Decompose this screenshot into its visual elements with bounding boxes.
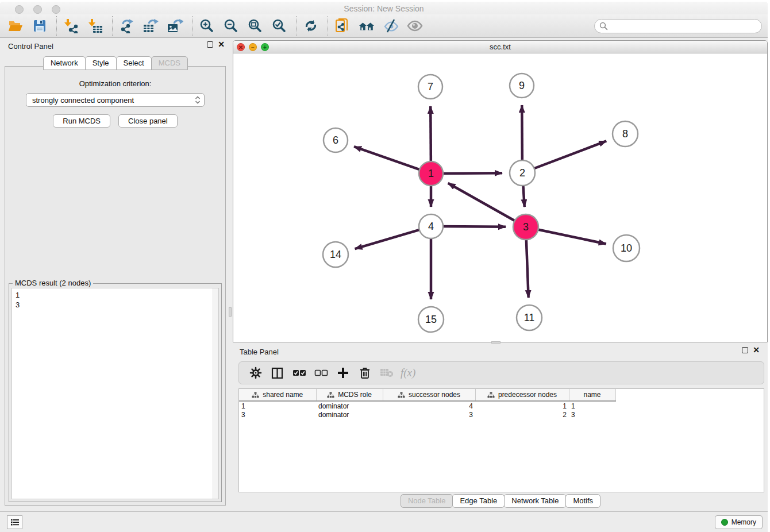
tab-network[interactable]: Network <box>43 56 86 70</box>
table-panel-title: Table Panel <box>240 348 279 356</box>
graph-edge-4-14[interactable] <box>355 229 421 249</box>
graph-node-label-10: 10 <box>621 242 632 254</box>
graph-edge-1-2[interactable] <box>441 173 502 174</box>
stepper-arrows-icon <box>195 95 201 105</box>
memory-label: Memory <box>732 518 756 526</box>
tab-mcds[interactable]: MCDS <box>151 56 188 70</box>
optimization-criterion-select[interactable]: strongly connected component <box>26 93 205 107</box>
graph-edge-3-10[interactable] <box>537 229 606 244</box>
control-panel-title: Control Panel <box>8 42 53 51</box>
horizontal-split-grip[interactable] <box>491 341 500 344</box>
graph-node-label-15: 15 <box>425 314 437 325</box>
optimization-criterion-label: Optimization criterion: <box>5 79 225 88</box>
search-icon <box>599 22 608 30</box>
vertical-split-grip[interactable] <box>229 307 232 317</box>
graph-node-label-3: 3 <box>523 221 529 233</box>
graph-node-label-8: 8 <box>622 128 628 140</box>
graph-node-label-4: 4 <box>428 221 434 232</box>
network-title: scc.txt <box>233 43 767 51</box>
column-header-name[interactable]: name <box>569 389 615 401</box>
tab-motifs[interactable]: Motifs <box>565 494 600 508</box>
table-row[interactable]: 1 dominator 4 1 1 <box>239 401 615 410</box>
graph-node-label-6: 6 <box>333 134 338 146</box>
zoom-fit-icon[interactable] <box>247 17 264 34</box>
table-row[interactable]: 3 dominator 3 2 3 <box>239 410 615 419</box>
export-network-icon[interactable] <box>118 17 136 34</box>
column-tree-icon <box>327 392 334 398</box>
list-icon <box>10 518 20 526</box>
column-tree-icon <box>252 392 259 398</box>
graph-edge-1-6[interactable] <box>354 147 421 170</box>
main-toolbar <box>0 14 768 38</box>
close-table-panel-icon[interactable]: ✕ <box>753 347 760 353</box>
zoom-in-icon[interactable] <box>198 17 215 34</box>
create-column-icon[interactable] <box>335 365 351 381</box>
column-header-mcds-role[interactable]: MCDS role <box>316 389 383 401</box>
graph-edge-4-3[interactable] <box>441 226 506 227</box>
network-canvas[interactable]: 7968124314101511 <box>233 53 767 342</box>
refresh-icon[interactable] <box>302 17 319 34</box>
toolbar-separator <box>296 16 297 36</box>
column-header-predecessor-nodes[interactable]: predecessor nodes <box>475 389 569 401</box>
deselect-all-icon[interactable] <box>313 365 329 381</box>
mcds-result-title: MCDS result (2 nodes) <box>13 279 93 287</box>
float-panel-icon[interactable] <box>207 41 213 48</box>
zoom-out-icon[interactable] <box>222 17 240 34</box>
node-table[interactable]: shared name MCDS role successor nodes pr… <box>238 388 764 492</box>
column-header-shared-name[interactable]: shared name <box>239 389 316 401</box>
graph-edge-2-9[interactable] <box>522 105 522 162</box>
column-header-successor-nodes[interactable]: successor nodes <box>383 389 475 401</box>
result-scrollbar[interactable] <box>213 288 218 499</box>
search-input[interactable] <box>594 19 762 33</box>
mcds-result-text[interactable]: 13 <box>11 288 219 499</box>
open-session-icon[interactable] <box>7 17 24 34</box>
toolbar-separator <box>56 16 57 36</box>
clone-network-icon[interactable] <box>334 17 351 34</box>
graph-edge-3-1[interactable] <box>448 183 517 222</box>
status-bar: Memory <box>0 511 768 532</box>
graph-edge-2-8[interactable] <box>533 141 607 169</box>
show-column-icon[interactable] <box>270 365 285 381</box>
float-table-panel-icon[interactable] <box>742 347 748 353</box>
zoom-selected-icon[interactable] <box>271 17 288 34</box>
export-table-icon[interactable] <box>143 17 160 34</box>
import-table-icon[interactable] <box>87 17 104 34</box>
close-panel-icon[interactable]: ✕ <box>218 41 225 48</box>
toolbar-separator <box>112 16 113 36</box>
tab-select[interactable]: Select <box>116 56 152 70</box>
task-history-button[interactable] <box>7 515 22 529</box>
hide-selected-icon[interactable] <box>382 17 399 34</box>
memory-button[interactable]: Memory <box>715 515 763 529</box>
delete-table-icon[interactable] <box>379 365 394 381</box>
close-panel-button[interactable]: Close panel <box>118 114 178 128</box>
memory-status-icon <box>721 519 728 526</box>
table-tabs: Node Table Edge Table Network Table Moti… <box>233 494 768 508</box>
mcds-panel: Optimization criterion: strongly connect… <box>5 66 226 506</box>
tab-node-table[interactable]: Node Table <box>401 494 453 508</box>
graph-edge-1-7[interactable] <box>430 106 431 163</box>
tab-style[interactable]: Style <box>85 56 117 70</box>
export-image-icon[interactable] <box>167 17 184 34</box>
tab-network-table[interactable]: Network Table <box>504 494 566 508</box>
import-network-icon[interactable] <box>63 17 80 34</box>
function-builder-icon[interactable]: f(x) <box>401 367 415 379</box>
network-window-titlebar[interactable]: ✕ − + scc.txt <box>233 41 767 53</box>
graph-edge-3-11[interactable] <box>526 238 529 298</box>
table-toolbar: f(x) <box>238 361 764 384</box>
delete-column-icon[interactable] <box>357 365 372 381</box>
graph-edge-2-3[interactable] <box>523 184 525 207</box>
select-all-icon[interactable] <box>291 365 307 381</box>
show-all-icon[interactable] <box>406 17 424 34</box>
save-session-icon[interactable] <box>31 17 48 34</box>
first-neighbors-icon[interactable] <box>358 17 375 34</box>
tab-edge-table[interactable]: Edge Table <box>452 494 505 508</box>
toolbar-separator <box>328 16 328 36</box>
graph-node-label-7: 7 <box>428 81 433 92</box>
graph-node-label-11: 11 <box>524 312 535 323</box>
toolbar-separator <box>192 16 192 36</box>
app-title: Session: New Session <box>0 4 768 13</box>
control-panel: Control Panel ✕ Network Style Select MCD… <box>0 38 230 511</box>
graph-node-label-14: 14 <box>330 249 341 260</box>
run-mcds-button[interactable]: Run MCDS <box>53 114 110 128</box>
table-settings-icon[interactable] <box>248 365 263 381</box>
